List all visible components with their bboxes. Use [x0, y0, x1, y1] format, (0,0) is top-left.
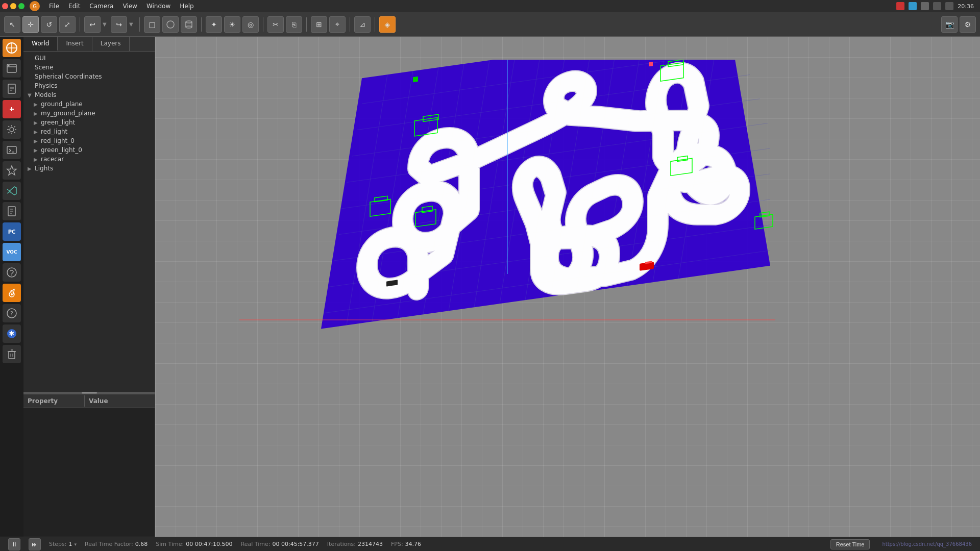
- resize-handle[interactable]: [23, 392, 155, 394]
- tree-item-racecar[interactable]: ▶ racecar: [23, 155, 155, 164]
- browser-icon[interactable]: [3, 59, 21, 78]
- align-btn[interactable]: ⊞: [311, 16, 327, 33]
- spot-light-btn[interactable]: ◎: [242, 16, 259, 33]
- tree-item-models[interactable]: ▼ Models: [23, 90, 155, 99]
- gazebo-icon[interactable]: [3, 39, 21, 57]
- grid-overlay-bg: [155, 37, 980, 537]
- tree-item-red-light-0[interactable]: ▶ red_light_0: [23, 136, 155, 145]
- settings-btn[interactable]: ⚙: [960, 16, 976, 33]
- sep7: [375, 17, 375, 32]
- maximize-button[interactable]: [18, 3, 24, 9]
- menu-edit[interactable]: Edit: [64, 2, 84, 11]
- tab-layers[interactable]: Layers: [92, 37, 130, 51]
- tree-item-my-ground-plane[interactable]: ▶ my_ground_plane: [23, 109, 155, 118]
- cylinder-btn[interactable]: [181, 16, 197, 33]
- copy-btn[interactable]: ✂: [267, 16, 284, 33]
- svg-point-22: [11, 293, 13, 295]
- svg-text:✱: ✱: [9, 330, 15, 337]
- paste-btn[interactable]: ⎘: [286, 16, 302, 33]
- tab-insert[interactable]: Insert: [58, 37, 92, 51]
- snap-btn[interactable]: ⌖: [329, 16, 346, 33]
- reset-time-button[interactable]: Reset Time: [830, 539, 870, 549]
- help2-icon[interactable]: ?: [3, 304, 21, 322]
- rotate-btn[interactable]: ↺: [41, 16, 57, 33]
- sep5: [306, 17, 307, 32]
- measure-btn[interactable]: ⊿: [354, 16, 371, 33]
- tree-item-scene[interactable]: Scene: [23, 63, 155, 72]
- step-button[interactable]: ⏭: [29, 538, 41, 550]
- box-btn[interactable]: □: [144, 16, 160, 33]
- close-button[interactable]: [2, 3, 8, 9]
- icon-bar: PC VOC ? ✱: [0, 37, 23, 537]
- statusbar: ⏸ ⏭ Steps: 1 ▾ Real Time Factor: 0.68 Si…: [0, 537, 980, 551]
- pycharm-icon[interactable]: PC: [3, 222, 21, 241]
- svg-point-0: [167, 21, 174, 28]
- simtime-item: Sim Time: 00 00:47:10.500: [156, 541, 232, 547]
- pause-button[interactable]: ⏸: [8, 538, 20, 550]
- redo-arrow: ▼: [129, 21, 135, 27]
- tree-item-physics[interactable]: Physics: [23, 81, 155, 90]
- menu-bar: G File Edit Camera View Window Help 20:3…: [0, 0, 980, 12]
- file-icon[interactable]: [3, 80, 21, 98]
- help-icon[interactable]: [3, 263, 21, 282]
- status-url: https://blog.csdn.net/qq_37668436: [882, 541, 972, 547]
- svg-point-20: [11, 274, 12, 276]
- red-icon[interactable]: [3, 100, 21, 118]
- tree-item-red-light[interactable]: ▶ red_light: [23, 127, 155, 136]
- tree-item-green-light-0[interactable]: ▶ green_light_0: [23, 145, 155, 155]
- tree-panel: GUI Scene Spherical Coordinates Physics …: [23, 52, 155, 392]
- tree-item-lights[interactable]: ▶ Lights: [23, 164, 155, 173]
- main-content: PC VOC ? ✱ World Insert Layers: [0, 37, 980, 537]
- orange-btn[interactable]: ◈: [379, 16, 396, 33]
- dir-light-btn[interactable]: ☀: [224, 16, 240, 33]
- tab-world[interactable]: World: [23, 37, 58, 51]
- menu-window[interactable]: Window: [142, 2, 175, 11]
- tree-item-gui[interactable]: GUI: [23, 54, 155, 63]
- prop-header: Property Value: [23, 394, 155, 408]
- terminal-icon[interactable]: [3, 141, 21, 159]
- tray-icon-1: [896, 2, 904, 10]
- sep3: [201, 17, 202, 32]
- tree-item-spherical[interactable]: Spherical Coordinates: [23, 72, 155, 81]
- undo-btn[interactable]: ↩: [84, 16, 101, 33]
- svg-point-4: [186, 26, 192, 28]
- redo-btn[interactable]: ↪: [111, 16, 127, 33]
- document-icon[interactable]: [3, 202, 21, 220]
- sphere-btn[interactable]: [162, 16, 179, 33]
- realtime-item: Real Time: 00 00:45:57.377: [241, 541, 319, 547]
- translate-btn[interactable]: ✛: [22, 16, 39, 33]
- window-controls: [2, 3, 24, 9]
- point-light-btn[interactable]: ✦: [206, 16, 222, 33]
- tree-item-green-light[interactable]: ▶ green_light: [23, 118, 155, 127]
- svg-point-19: [7, 268, 16, 277]
- menu-camera[interactable]: Camera: [85, 2, 117, 11]
- menu-view[interactable]: View: [118, 2, 141, 11]
- menu-file[interactable]: File: [45, 2, 63, 11]
- trash-icon[interactable]: [3, 345, 21, 363]
- vscode-icon[interactable]: [3, 182, 21, 200]
- app-icon: G: [30, 1, 40, 11]
- viewport[interactable]: [155, 37, 980, 537]
- select-btn[interactable]: ↖: [4, 16, 20, 33]
- tray-icon-2: [909, 2, 917, 10]
- voc-icon[interactable]: VOC: [3, 243, 21, 261]
- screenshot-btn[interactable]: 📷: [941, 16, 958, 33]
- left-sidebar: World Insert Layers GUI Scene Spherical …: [23, 37, 155, 537]
- svg-rect-27: [9, 352, 15, 359]
- clock: 20:36: [958, 3, 974, 10]
- scale-btn[interactable]: ⤢: [59, 16, 76, 33]
- asterisk-icon[interactable]: ✱: [3, 324, 21, 343]
- svg-marker-17: [7, 166, 16, 175]
- tree-item-ground-plane[interactable]: ▶ ground_plane: [23, 99, 155, 109]
- star-icon[interactable]: [3, 161, 21, 180]
- tray-icon-3: [921, 2, 929, 10]
- rtf-item: Real Time Factor: 0.68: [85, 541, 148, 547]
- minimize-button[interactable]: [10, 3, 16, 9]
- svg-point-1: [186, 21, 192, 23]
- blender-icon[interactable]: [3, 284, 21, 302]
- prop-col-property: Property: [23, 395, 85, 407]
- undo-arrow: ▼: [103, 21, 109, 27]
- sep1: [80, 17, 80, 32]
- menu-help[interactable]: Help: [176, 2, 198, 11]
- settings2-icon[interactable]: [3, 120, 21, 139]
